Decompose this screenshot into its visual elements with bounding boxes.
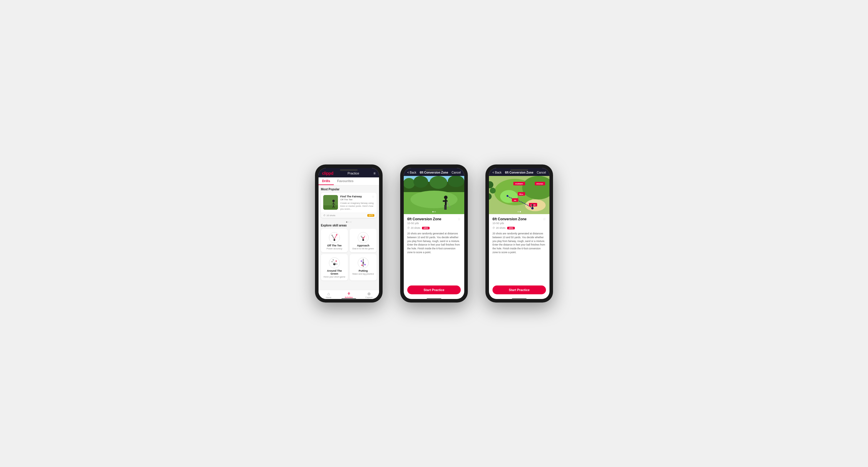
menu-icon[interactable]: ≡ (373, 171, 375, 175)
skill-card-ott[interactable]: Off The Tee Power accuracy (321, 229, 348, 252)
svg-text:ROUGH: ROUGH (536, 183, 543, 185)
tab-favourites[interactable]: Favourites (334, 177, 357, 185)
approach-skill-icon (357, 231, 370, 244)
clock-icon: ⏱ (407, 227, 410, 229)
phone-1-header: clippd Practice ≡ (318, 168, 379, 177)
fav-icon-3[interactable]: ☆ (543, 217, 546, 221)
phone-1-screen: clippd Practice ≡ Drills Favourites Most… (318, 168, 379, 299)
svg-rect-50 (444, 205, 445, 210)
skill-grid: Off The Tee Power accuracy (321, 229, 377, 280)
shots-info: ⏱ 20 shots (407, 227, 420, 229)
dot-1 (346, 222, 347, 223)
nav-activities[interactable]: ⚘ Activities (339, 291, 359, 298)
atg-name: Around The Green (323, 269, 346, 275)
phone-3-content: FAIRWAY ROUGH Miss Hit SAND (489, 176, 550, 283)
drill-meta: ⏱ 20 shots ARG (407, 227, 461, 229)
bottom-nav: ⌂ Home ⚘ Activities ⊕ Capture (318, 290, 379, 299)
ott-skill-icon (328, 231, 341, 244)
phone-3-footer: Start Practice (489, 283, 550, 299)
phone-2-header: < Back 6ft Conversion Zone Cancel (404, 168, 464, 176)
svg-point-36 (363, 262, 364, 264)
skill-card-putting[interactable]: Putting Make and lag practice (350, 254, 377, 280)
fav-icon[interactable]: ☆ (458, 217, 461, 221)
clock-icon-3: ⏱ (493, 227, 495, 229)
drill-info: 6ft Conversion Zone ☆ 10-50 yds ⏱ 20 sho… (404, 214, 464, 283)
approach-desc: Dial-in to hit the green (352, 247, 374, 250)
svg-point-62 (506, 195, 508, 197)
svg-point-2 (332, 200, 335, 202)
svg-point-46 (410, 191, 458, 208)
nav-home[interactable]: ⌂ Home (318, 291, 339, 298)
drill-description-3: 20 shots are randomly generated at dista… (493, 232, 546, 254)
activities-icon: ⚘ (347, 291, 351, 296)
shots-label: ⏱10 shots (323, 214, 335, 217)
drill-range-3: 10-50 yds (493, 222, 546, 225)
svg-point-23 (363, 237, 364, 238)
drill-info-3: 6ft Conversion Zone ☆ 10-50 yds ⏱ 20 sho… (489, 214, 550, 283)
phone-3-header: < Back 6ft Conversion Zone Cancel (489, 168, 550, 176)
img-dot-1 (433, 211, 434, 212)
cancel-button-3[interactable]: Cancel (537, 171, 546, 174)
skill-card-approach[interactable]: Approach Dial-in to hit the green (350, 229, 377, 252)
phone-3-screen: < Back 6ft Conversion Zone Cancel (489, 168, 550, 299)
svg-point-19 (362, 239, 364, 241)
svg-rect-74 (532, 206, 533, 209)
atg-desc: Hone your short game (323, 275, 345, 278)
back-button[interactable]: < Back (407, 171, 416, 174)
back-button-3[interactable]: < Back (493, 171, 502, 174)
phones-container: clippd Practice ≡ Drills Favourites Most… (315, 165, 553, 302)
tabs-bar: Drills Favourites (318, 177, 379, 185)
img-dot-2 (435, 211, 436, 212)
svg-line-13 (334, 235, 337, 239)
arg-tag-3: ARG (507, 227, 515, 229)
cancel-button[interactable]: Cancel (452, 171, 461, 174)
home-label: Home (326, 296, 332, 298)
home-icon: ⌂ (327, 291, 330, 296)
image-dots-3 (518, 211, 521, 212)
drill-range: 10-50 yds (407, 222, 461, 225)
drill-header-row-3: 6ft Conversion Zone ☆ (493, 217, 546, 221)
svg-point-11 (334, 239, 335, 241)
shots-info-3: ⏱ 20 shots (493, 227, 505, 229)
skill-card-atg[interactable]: Around The Green Hone your short game (321, 254, 348, 280)
drill-image (404, 176, 464, 214)
card-title: Find The Fairway (340, 195, 362, 198)
phone-3: < Back 6ft Conversion Zone Cancel (486, 165, 553, 302)
start-practice-button-3[interactable]: Start Practice (493, 286, 546, 294)
phone-2-content: 6ft Conversion Zone ☆ 10-50 yds ⏱ 20 sho… (404, 176, 464, 283)
card-thumbnail (323, 195, 338, 210)
svg-point-29 (336, 263, 337, 265)
image-dots (433, 211, 436, 212)
card-description: Create an imaginary fairway using trees … (340, 202, 374, 210)
shots-count: 20 shots (411, 227, 420, 229)
phone-1: clippd Practice ≡ Drills Favourites Most… (315, 165, 382, 302)
most-popular-label: Most Popular (321, 188, 377, 191)
putting-name: Putting (359, 269, 368, 272)
drill-map: FAIRWAY ROUGH Miss Hit SAND (489, 176, 550, 214)
approach-name: Approach (357, 244, 369, 247)
ott-tag: OTT (367, 214, 374, 217)
svg-point-59 (490, 188, 496, 194)
capture-label: Capture (365, 296, 373, 298)
drill-description: 20 shots are randomly generated at dista… (407, 232, 461, 254)
card-text: Find The Fairway Off The Tee ☆ Create an… (340, 195, 374, 210)
activities-label: Activities (345, 296, 353, 298)
svg-point-43 (430, 176, 447, 189)
putting-skill-icon (357, 257, 370, 269)
shots-count-3: 20 shots (496, 227, 505, 229)
drill-title-header-3: 6ft Conversion Zone (505, 171, 534, 174)
atg-skill-icon (328, 257, 341, 269)
featured-drill-card[interactable]: Find The Fairway Off The Tee ☆ Create an… (321, 193, 377, 218)
tab-drills[interactable]: Drills (318, 177, 334, 185)
favourite-icon[interactable]: ☆ (372, 195, 374, 198)
phone-2: < Back 6ft Conversion Zone Cancel (400, 165, 468, 302)
ott-desc: Power accuracy (327, 247, 342, 250)
start-practice-button[interactable]: Start Practice (407, 286, 461, 294)
nav-capture[interactable]: ⊕ Capture (359, 291, 379, 298)
drill-header-row: 6ft Conversion Zone ☆ (407, 217, 461, 221)
app-logo: clippd (322, 171, 333, 176)
drill-title: 6ft Conversion Zone (407, 217, 441, 221)
card-subtitle: Off The Tee (340, 198, 362, 201)
ott-name: Off The Tee (327, 244, 342, 247)
putting-desc: Make and lag practice (352, 273, 374, 275)
